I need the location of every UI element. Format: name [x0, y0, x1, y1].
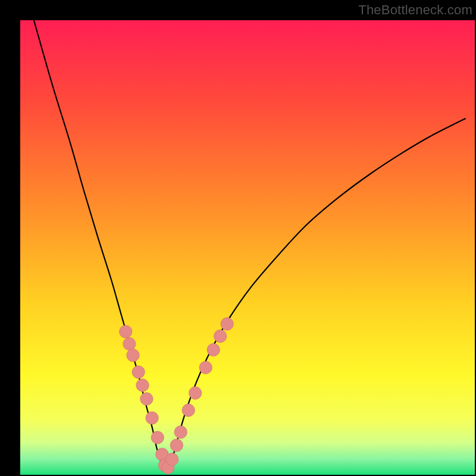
marker-point — [189, 387, 201, 399]
marker-point — [199, 361, 212, 374]
chart-frame: { "watermark": "TheBottleneck.com", "col… — [0, 0, 476, 476]
marker-point — [136, 379, 149, 392]
marker-point — [127, 349, 139, 361]
marker-point — [120, 325, 132, 338]
marker-point — [214, 330, 226, 342]
marker-point — [151, 431, 164, 444]
marker-point — [174, 425, 187, 438]
marker-point — [140, 393, 153, 405]
marker-point — [146, 412, 158, 424]
marker-point — [207, 343, 220, 356]
marker-point — [123, 337, 136, 350]
marker-point — [182, 404, 195, 416]
plot-background — [20, 20, 475, 475]
marker-point — [132, 366, 145, 378]
marker-point — [165, 453, 178, 465]
plot-svg — [20, 20, 475, 475]
marker-point — [170, 439, 183, 452]
plot-area — [20, 20, 475, 475]
watermark-text: TheBottleneck.com — [358, 2, 472, 18]
marker-point — [221, 318, 233, 330]
